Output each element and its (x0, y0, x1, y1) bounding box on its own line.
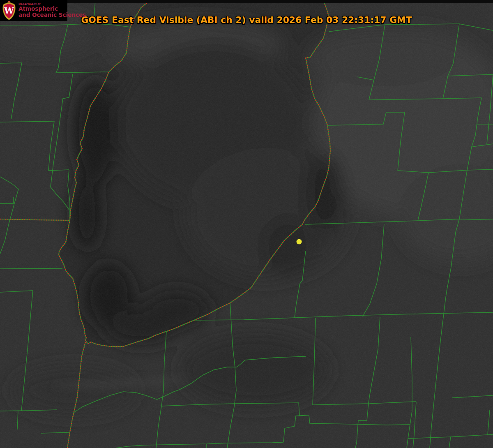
uw-aos-logo: W Department of Atmospheric and Oceanic … (0, 0, 67, 21)
station-marker-icon (297, 239, 302, 245)
logo-name-line2: and Oceanic Sciences (18, 12, 86, 18)
logo-name-line1: Atmospheric (18, 6, 86, 12)
satellite-map (0, 0, 493, 448)
uw-crest-icon: W (2, 1, 16, 20)
svg-text:W: W (4, 5, 14, 16)
film-grain (0, 0, 493, 448)
satellite-image-viewer: GOES East Red Visible (ABI ch 2) valid 2… (0, 0, 493, 448)
map-title: GOES East Red Visible (ABI ch 2) valid 2… (81, 15, 412, 25)
